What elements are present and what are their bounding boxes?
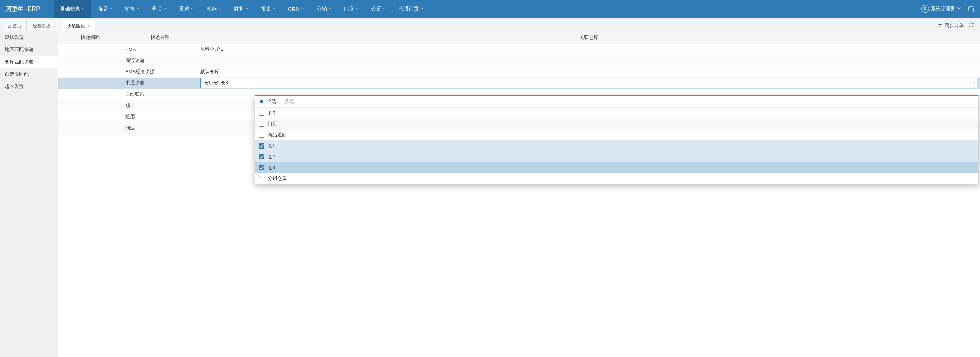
option-label: 商品退回 [268,132,287,138]
sync-orders-button[interactable]: 同步订单 [937,22,964,29]
cell-code[interactable] [58,55,123,66]
nav-item[interactable]: 库存﹀ [200,0,228,18]
tab[interactable]: 快递匹配× [62,20,95,31]
user-menu[interactable]: 系统管理员 ﹀ [921,5,962,13]
content: 快递编码 快递名称 关联仓库 EMS原料仓,仓1,圆通速递EMS经济快递默认仓库… [58,31,980,357]
cell-name[interactable]: EMS [123,44,197,55]
cell-warehouse[interactable]: 默认仓库 [197,66,980,77]
nav-item[interactable]: 财务﹀ [228,0,255,18]
sidebar-item[interactable]: 超区设置 [0,80,57,92]
nav-item[interactable]: 慧眼识货﹀ [392,0,430,18]
option-checkbox[interactable] [259,176,264,181]
table-row[interactable]: EMS原料仓,仓1, [58,44,980,55]
cell-name[interactable]: 圆通速递 [123,55,197,66]
close-icon[interactable]: × [88,23,90,28]
refresh-icon[interactable] [969,22,974,29]
sidebar-item[interactable]: 仓库匹配快递 [0,56,57,68]
dropdown-option[interactable]: 商品退回 [255,129,978,140]
cell-code[interactable] [58,100,123,111]
sidebar-item[interactable]: 默认设置 [0,31,57,44]
cell-code[interactable] [58,89,123,100]
nav-item-label: 门店 [344,6,354,12]
option-checkbox[interactable] [259,111,264,116]
warehouse-multiselect-input[interactable]: 仓1,仓2,仓3,﹀ [200,78,977,88]
nav-item[interactable]: 售后﹀ [146,0,173,18]
nav-item[interactable]: 商品﹀ [91,0,118,18]
tab[interactable]: ⌂首页 [3,20,27,31]
tab[interactable]: 经营看板× [28,20,61,31]
cell-name[interactable]: 自己联系 [123,89,197,100]
dropdown-option[interactable]: 多牛 [255,108,978,118]
nav-item-label: 慧眼识货 [398,6,419,12]
sidebar-item[interactable]: 自定义匹配 [0,68,57,80]
cell-code[interactable] [58,111,123,122]
chevron-down-icon: ﹀ [383,6,386,11]
nav-item-label: 基础信息 [60,6,80,12]
chevron-down-icon: ﹀ [301,6,304,11]
sidebar-item-label: 自定义匹配 [5,71,29,77]
nav-item[interactable]: 基础信息﹀ [54,0,91,18]
cell-name[interactable]: EMS经济快递 [123,66,197,77]
svg-point-0 [924,8,926,9]
chevron-down-icon: ﹀ [164,6,167,11]
nav-item-label: 财务 [234,6,244,12]
col-header-code[interactable]: 快递编码 [58,31,123,44]
option-checkbox[interactable] [259,143,264,148]
cell-code[interactable] [58,77,123,89]
select-all-label: 全选 [267,99,277,105]
tab-label: 首页 [13,23,21,29]
option-label: 门店 [268,121,277,127]
dropdown-option[interactable]: 仓3 [255,162,978,173]
cell-code[interactable] [58,122,123,134]
nav-item[interactable]: 设置﹀ [365,0,392,18]
table-row[interactable]: 中通快递仓1,仓2,仓3,﹀ [58,77,980,89]
checkbox-indeterminate-icon [259,99,264,104]
warehouse-multiselect-dropdown[interactable]: 全选 反选 多牛门店商品退回仓1仓2仓3分销仓库 [255,96,978,184]
cell-name[interactable]: 韵达 [123,122,197,134]
top-navbar: 万里牛 · ERP 基础信息﹀商品﹀销售﹀售后﹀采购﹀库存﹀财务﹀报表﹀CRM﹀… [0,0,980,18]
cell-name[interactable]: 通用 [123,111,197,122]
nav-item-label: 采购 [179,6,189,12]
dropdown-header: 全选 反选 [255,96,978,108]
home-icon: ⌂ [8,23,11,29]
dropdown-option[interactable]: 仓1 [255,140,978,151]
dropdown-option[interactable]: 仓2 [255,151,978,162]
nav-item[interactable]: 门店﹀ [338,0,365,18]
cell-warehouse[interactable]: 仓1,仓2,仓3,﹀ [197,77,980,89]
tabbar-right: 同步订单 [937,20,977,31]
svg-rect-1 [968,9,969,11]
option-checkbox[interactable] [259,122,264,127]
inverse-select-link[interactable]: 反选 [285,99,294,105]
select-all-checkbox[interactable]: 全选 [259,99,277,105]
nav-item[interactable]: CRM﹀ [282,0,310,18]
nav-item-label: 设置 [371,6,381,12]
cell-name[interactable]: 中通快递 [123,77,197,89]
nav-item-label: 售后 [152,6,162,12]
cell-warehouse[interactable]: 原料仓,仓1, [197,44,980,55]
col-header-warehouse[interactable]: 关联仓库 [197,31,980,44]
cell-code[interactable] [58,44,123,55]
dropdown-option[interactable]: 分销仓库 [255,173,978,184]
nav-item[interactable]: 分销﹀ [310,0,338,18]
cell-name[interactable]: 顺丰 [123,100,197,111]
support-icon[interactable] [967,5,975,13]
col-header-name[interactable]: 快递名称 [123,31,197,44]
option-checkbox[interactable] [259,165,264,171]
cell-code[interactable] [58,66,123,77]
multiselect-value: 仓1,仓2,仓3, [203,80,229,86]
chevron-down-icon: ﹀ [109,6,112,11]
brand-suffix: · ERP [24,5,40,13]
table-row[interactable]: 圆通速递 [58,55,980,66]
nav-item[interactable]: 采购﹀ [173,0,200,18]
nav-item[interactable]: 销售﹀ [118,0,146,18]
option-checkbox[interactable] [259,132,264,138]
sidebar-item[interactable]: 地区匹配快递 [0,44,57,56]
table-row[interactable]: EMS经济快递默认仓库 [58,66,980,77]
option-label: 仓1 [268,143,275,149]
option-checkbox[interactable] [259,154,264,159]
chevron-down-icon: ﹀ [328,6,332,11]
nav-item[interactable]: 报表﹀ [255,0,282,18]
close-icon[interactable]: × [53,23,56,28]
dropdown-option[interactable]: 门店 [255,118,978,129]
cell-warehouse[interactable] [197,55,980,66]
